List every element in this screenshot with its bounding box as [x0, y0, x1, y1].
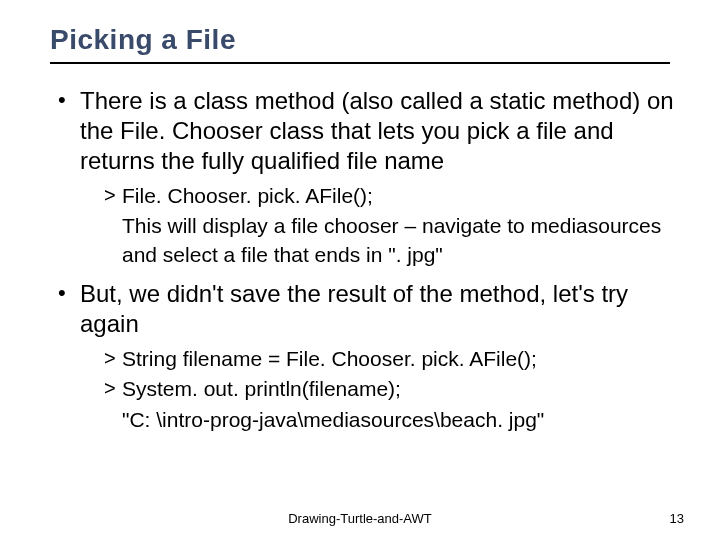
code-line: String filename = File. Chooser. pick. A… [104, 345, 674, 373]
code-line: File. Chooser. pick. AFile(); [104, 182, 674, 210]
sub-list-2: String filename = File. Chooser. pick. A… [80, 345, 674, 434]
page-number: 13 [670, 511, 684, 526]
bullet-item-2: But, we didn't save the result of the me… [52, 279, 674, 434]
bullet-text: But, we didn't save the result of the me… [80, 280, 628, 337]
bullet-list: There is a class method (also called a s… [40, 86, 680, 434]
slide-title: Picking a File [50, 24, 670, 64]
output-line: "C: \intro-prog-java\mediasources\beach.… [104, 406, 674, 434]
code-line: System. out. println(filename); [104, 375, 674, 403]
sub-list-1: File. Chooser. pick. AFile(); This will … [80, 182, 674, 269]
bullet-text: There is a class method (also called a s… [80, 87, 674, 174]
footer-label: Drawing-Turtle-and-AWT [0, 511, 720, 526]
slide: Picking a File There is a class method (… [0, 0, 720, 540]
sub-text: This will display a file chooser – navig… [104, 212, 674, 269]
bullet-item-1: There is a class method (also called a s… [52, 86, 674, 269]
